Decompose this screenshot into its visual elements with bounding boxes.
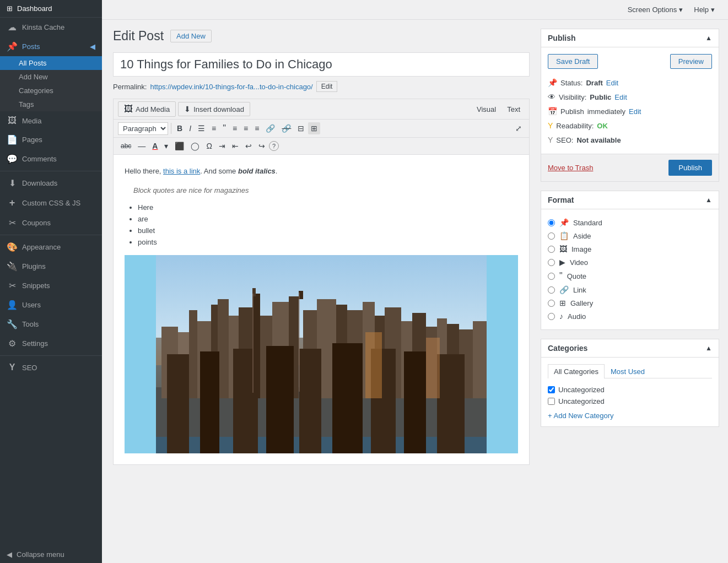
sidebar-item-tools[interactable]: 🔧 Tools bbox=[0, 315, 102, 334]
sidebar-item-settings[interactable]: ⚙ Settings bbox=[0, 334, 102, 353]
sidebar-item-coupons[interactable]: ✂ Coupons bbox=[0, 213, 102, 232]
format-radio-quote[interactable] bbox=[548, 273, 555, 280]
sidebar-sub-tags[interactable]: Tags bbox=[0, 98, 102, 111]
permalink-url[interactable]: https://wpdev.ink/10-things-for-fa...to-… bbox=[150, 83, 312, 91]
format-option-standard[interactable]: 📌 Standard bbox=[548, 216, 712, 229]
add-new-button[interactable]: Add New bbox=[170, 30, 212, 42]
sidebar-item-downloads[interactable]: ⬇ Downloads bbox=[0, 174, 102, 193]
dashboard-label[interactable]: Dashboard bbox=[17, 4, 52, 13]
sidebar-sub-add-new[interactable]: Add New bbox=[0, 70, 102, 84]
visual-tab-button[interactable]: Visual bbox=[472, 103, 500, 116]
editor-area: Edit Post Add New Permalink: https://wpd… bbox=[102, 20, 541, 563]
publish-box-header[interactable]: Publish ▲ bbox=[541, 29, 719, 47]
sidebar-item-comments[interactable]: 💬 Comments bbox=[0, 149, 102, 169]
format-radio-aside[interactable] bbox=[548, 232, 555, 240]
more-button[interactable]: ⊟ bbox=[295, 122, 307, 134]
link-button[interactable]: 🔗 bbox=[263, 122, 278, 134]
format-radio-image[interactable] bbox=[548, 246, 555, 253]
format-radio-standard[interactable] bbox=[548, 219, 555, 226]
status-edit-link[interactable]: Edit bbox=[606, 79, 618, 87]
sidebar-users-label: Users bbox=[22, 301, 41, 309]
format-option-gallery[interactable]: ⊞ Gallery bbox=[548, 296, 712, 310]
sidebar-item-media[interactable]: 🖼 Media bbox=[0, 111, 102, 130]
sidebar-comments-label: Comments bbox=[22, 155, 57, 163]
redo-button[interactable]: ↪ bbox=[256, 140, 268, 152]
sidebar-item-appearance[interactable]: 🎨 Appearance bbox=[0, 237, 102, 257]
editor-toolbar: 🖼 Add Media ⬇ Insert download Visual Tex… bbox=[113, 99, 530, 154]
category-checkbox-1[interactable] bbox=[548, 398, 555, 405]
undo-button[interactable]: ↩ bbox=[242, 140, 255, 152]
sidebar-item-plugins[interactable]: 🔌 Plugins bbox=[0, 257, 102, 276]
add-media-button[interactable]: 🖼 Add Media bbox=[118, 101, 176, 117]
sidebar-item-pages[interactable]: 📄 Pages bbox=[0, 130, 102, 149]
help-toolbar-button[interactable]: ? bbox=[269, 141, 279, 151]
collapse-menu[interactable]: ◀ Collapse menu bbox=[0, 546, 102, 563]
permalink-edit-button[interactable]: Edit bbox=[316, 81, 338, 92]
toolbar-toggle-button[interactable]: ⊞ bbox=[308, 122, 320, 134]
format-radio-gallery[interactable] bbox=[548, 300, 555, 307]
sidebar-sub-all-posts[interactable]: All Posts bbox=[0, 56, 102, 70]
fullscreen-button[interactable]: ⤢ bbox=[513, 122, 525, 134]
most-used-tab[interactable]: Most Used bbox=[605, 364, 651, 378]
categories-box-header[interactable]: Categories ▲ bbox=[541, 339, 719, 358]
sidebar-posts-label: Posts bbox=[22, 42, 40, 51]
format-option-audio[interactable]: ♪ Audio bbox=[548, 310, 712, 323]
outdent-button[interactable]: ⇤ bbox=[229, 140, 241, 152]
indent-button[interactable]: ⇥ bbox=[216, 140, 228, 152]
italic-button[interactable]: I bbox=[186, 122, 194, 134]
custom-button-1[interactable]: ⬛ bbox=[172, 140, 187, 152]
format-aside-label: Aside bbox=[573, 232, 591, 240]
move-trash-button[interactable]: Move to Trash bbox=[548, 164, 593, 172]
align-left-button[interactable]: ≡ bbox=[230, 122, 240, 134]
font-color-button[interactable]: A bbox=[149, 140, 160, 152]
editor-body[interactable]: Hello there, this is a link. And some bo… bbox=[113, 154, 530, 465]
screen-options-button[interactable]: Screen Options ▾ bbox=[623, 3, 688, 16]
preview-button[interactable]: Preview bbox=[670, 54, 712, 69]
horizontal-rule-button[interactable]: — bbox=[135, 140, 148, 152]
format-option-aside[interactable]: 📋 Aside bbox=[548, 229, 712, 242]
format-option-quote[interactable]: " Quote bbox=[548, 269, 712, 283]
format-radio-video[interactable] bbox=[548, 259, 555, 266]
paragraph-select[interactable]: Paragraph Heading 1 Heading 2 Heading 3 bbox=[118, 122, 168, 135]
ordered-list-button[interactable]: ≡ bbox=[209, 122, 219, 134]
help-button[interactable]: Help ▾ bbox=[689, 3, 719, 16]
content-link[interactable]: this is a link bbox=[163, 167, 200, 175]
align-right-button[interactable]: ≡ bbox=[252, 122, 262, 134]
format-box-header[interactable]: Format ▲ bbox=[541, 191, 719, 209]
special-char-button[interactable]: Ω bbox=[203, 140, 214, 152]
help-chevron-icon: ▾ bbox=[711, 6, 715, 14]
strikethrough-button[interactable]: abc bbox=[118, 140, 134, 151]
text-tab-button[interactable]: Text bbox=[503, 103, 525, 116]
visibility-edit-link[interactable]: Edit bbox=[614, 93, 627, 101]
format-radio-link[interactable] bbox=[548, 286, 555, 294]
sidebar-item-custom-css-js[interactable]: + Custom CSS & JS bbox=[0, 193, 102, 213]
format-radio-audio[interactable] bbox=[548, 313, 555, 320]
publish-button[interactable]: Publish bbox=[668, 160, 712, 176]
all-categories-tab[interactable]: All Categories bbox=[548, 364, 605, 378]
align-center-button[interactable]: ≡ bbox=[241, 122, 251, 134]
font-color-picker[interactable]: ▾ bbox=[161, 140, 171, 152]
sidebar-sub-categories[interactable]: Categories bbox=[0, 84, 102, 98]
post-title-input[interactable] bbox=[113, 52, 530, 77]
category-checkbox-0[interactable] bbox=[548, 386, 555, 393]
format-option-video[interactable]: ▶ Video bbox=[548, 256, 712, 269]
format-option-link[interactable]: 🔗 Link bbox=[548, 283, 712, 296]
toolbar-right: Visual Text bbox=[472, 103, 525, 116]
format-option-image[interactable]: 🖼 Image bbox=[548, 242, 712, 256]
save-draft-button[interactable]: Save Draft bbox=[548, 54, 598, 69]
sidebar-item-snippets[interactable]: ✂ Snippets bbox=[0, 276, 102, 295]
insert-download-button[interactable]: ⬇ Insert download bbox=[178, 102, 250, 116]
content-paragraph: Hello there, this is a link. And some bo… bbox=[125, 166, 518, 177]
unlink-button[interactable]: 🔗 bbox=[279, 122, 294, 134]
publish-actions-top: Save Draft Preview bbox=[548, 54, 712, 69]
unordered-list-button[interactable]: ☰ bbox=[195, 122, 208, 134]
sidebar-item-posts[interactable]: 📌 Posts ◀ bbox=[0, 37, 102, 56]
bold-button[interactable]: B bbox=[174, 122, 185, 134]
sidebar-item-kinsta-cache[interactable]: ☁ Kinsta Cache bbox=[0, 18, 102, 37]
clear-format-button[interactable]: ◯ bbox=[188, 140, 202, 152]
sidebar-item-users[interactable]: 👤 Users bbox=[0, 295, 102, 315]
add-new-category-link[interactable]: + Add New Category bbox=[548, 407, 712, 420]
sidebar-item-seo[interactable]: Y SEO bbox=[0, 358, 102, 377]
blockquote-button[interactable]: " bbox=[220, 122, 229, 135]
publish-time-edit-link[interactable]: Edit bbox=[629, 107, 641, 116]
